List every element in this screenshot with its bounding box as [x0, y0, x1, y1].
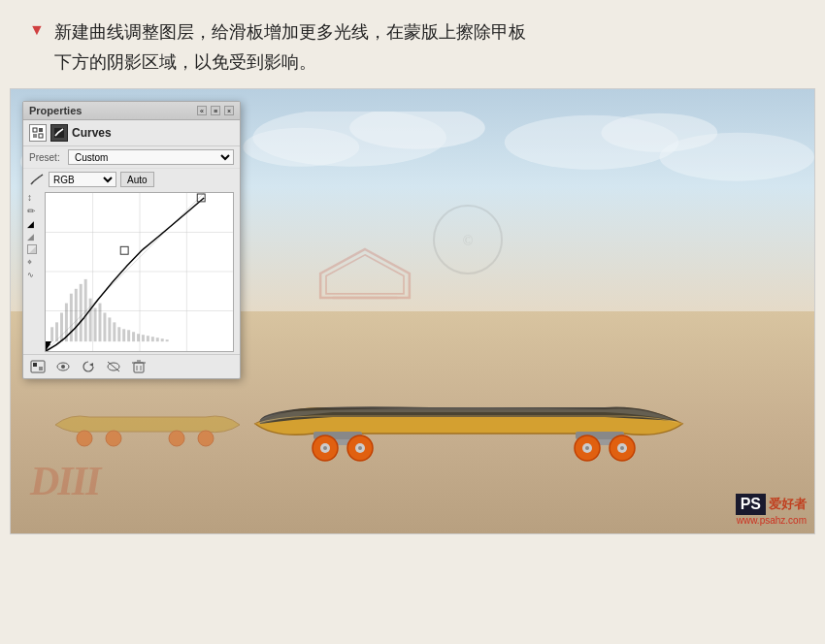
panel-curves-label: Curves	[72, 126, 112, 140]
svg-rect-35	[39, 128, 43, 132]
panel-controls: « ≡ ×	[197, 106, 234, 115]
svg-rect-48	[60, 313, 63, 342]
svg-rect-56	[99, 304, 102, 342]
svg-rect-72	[120, 247, 128, 255]
circle-watermark: ©	[429, 201, 507, 278]
svg-rect-55	[94, 308, 97, 342]
svg-rect-67	[151, 337, 154, 341]
svg-rect-66	[147, 336, 149, 341]
preset-select[interactable]: Custom	[68, 149, 234, 165]
svg-marker-10	[326, 255, 404, 294]
delete-icon[interactable]	[130, 359, 148, 374]
svg-rect-64	[137, 334, 140, 341]
smooth-tool[interactable]: ∿	[27, 271, 37, 279]
ps-logo-text: PS	[736, 494, 766, 515]
eyedropper-white[interactable]: ◢	[27, 244, 37, 254]
preset-row: Preset: Custom	[23, 146, 240, 169]
svg-rect-54	[89, 299, 92, 341]
svg-rect-50	[70, 294, 73, 341]
eyedropper-black[interactable]: ◢	[27, 219, 37, 229]
svg-rect-62	[127, 330, 130, 341]
curves-graph[interactable]	[45, 192, 234, 352]
mask-icon[interactable]	[29, 359, 47, 374]
reset-icon[interactable]	[80, 359, 97, 374]
ps-brand-name: 爱好者	[769, 496, 807, 513]
svg-point-8	[659, 133, 814, 181]
svg-point-29	[620, 446, 624, 450]
curves-icon[interactable]	[50, 124, 68, 142]
main-image-area: ©	[10, 88, 815, 534]
svg-rect-60	[117, 327, 120, 341]
triangle-icon: ▼	[29, 21, 45, 39]
panel-titlebar[interactable]: Properties « ≡ ×	[23, 102, 240, 120]
svg-point-31	[106, 431, 121, 446]
panel-menu-btn[interactable]: ≡	[211, 106, 220, 115]
svg-rect-57	[103, 313, 106, 342]
ps-watermark: PS 爱好者 www.psahz.com	[736, 494, 807, 526]
ps-website: www.psahz.com	[737, 515, 807, 526]
svg-rect-52	[80, 284, 82, 341]
hand-tool[interactable]: ↕	[27, 192, 37, 203]
svg-rect-65	[142, 335, 145, 341]
svg-rect-58	[108, 318, 111, 342]
skateboard-reflection	[50, 396, 245, 454]
panel-close-btn[interactable]: ×	[224, 106, 234, 115]
eyedropper-gray[interactable]: ◢	[27, 232, 37, 242]
rgb-curve-icon	[29, 173, 45, 186]
instruction-text: 新建曲线调整图层，给滑板增加更多光线，在蒙版上擦除甲板 下方的阴影区域，以免受到…	[54, 17, 526, 77]
svg-point-5	[243, 128, 359, 167]
instruction-area: ▼ 新建曲线调整图层，给滑板增加更多光线，在蒙版上擦除甲板 下方的阴影区域，以免…	[0, 0, 825, 88]
svg-rect-61	[122, 329, 125, 341]
svg-point-30	[77, 431, 92, 446]
curve-container: ↕ ✏ ◢ ◢ ◢ ⌖ ∿	[45, 192, 236, 352]
svg-rect-34	[33, 128, 37, 132]
svg-point-18	[323, 446, 327, 450]
panel-title: Properties	[29, 105, 82, 116]
svg-point-26	[585, 446, 589, 450]
panel-icon-row: Curves	[23, 120, 240, 146]
rgb-row: RGB Auto	[23, 169, 240, 190]
panel-bottom-bar	[23, 354, 240, 378]
svg-rect-37	[39, 134, 43, 138]
auto-button[interactable]: Auto	[120, 172, 154, 187]
skateboard-svg	[236, 370, 702, 467]
sample-tool[interactable]: ⌖	[27, 257, 37, 268]
svg-rect-68	[156, 338, 159, 341]
svg-point-33	[198, 431, 214, 446]
svg-marker-80	[89, 363, 93, 367]
svg-marker-9	[320, 249, 410, 298]
svg-rect-77	[39, 367, 43, 370]
panel-collapse-btn[interactable]: «	[197, 106, 207, 115]
pencil-tool[interactable]: ✏	[27, 206, 37, 216]
curve-tools: ↕ ✏ ◢ ◢ ◢ ⌖ ∿	[27, 192, 37, 279]
svg-point-21	[358, 446, 362, 450]
svg-rect-59	[113, 323, 116, 342]
svg-rect-46	[50, 327, 53, 341]
road-sign-watermark	[316, 244, 413, 306]
visibility-icon[interactable]	[105, 359, 122, 374]
svg-rect-69	[161, 338, 164, 341]
svg-rect-51	[75, 289, 78, 341]
channel-select[interactable]: RGB	[49, 172, 116, 187]
properties-panel: Properties « ≡ ×	[22, 101, 241, 379]
svg-rect-76	[33, 363, 37, 367]
adjustment-icon[interactable]	[29, 124, 47, 142]
svg-rect-36	[33, 134, 37, 138]
svg-point-79	[61, 365, 65, 369]
svg-rect-63	[132, 332, 135, 341]
watermark-text: DIII	[30, 458, 99, 504]
svg-rect-53	[84, 279, 87, 341]
svg-text:©: ©	[462, 234, 473, 248]
eye-icon[interactable]	[54, 359, 72, 374]
svg-point-32	[169, 431, 184, 446]
preset-label: Preset:	[29, 152, 64, 163]
svg-rect-83	[134, 363, 144, 372]
svg-rect-70	[166, 339, 169, 341]
svg-line-45	[46, 193, 204, 351]
svg-rect-47	[55, 323, 58, 342]
